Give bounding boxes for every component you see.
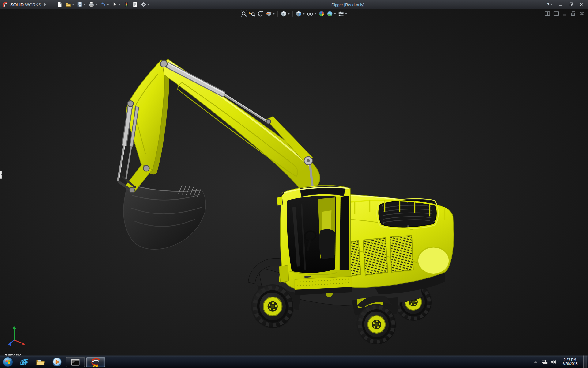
- rebuild-button[interactable]: [123, 1, 130, 8]
- save-icon: [77, 1, 83, 7]
- help-button[interactable]: ?: [545, 1, 554, 7]
- show-hidden-icons-button[interactable]: [533, 356, 539, 368]
- chevron-up-icon: [533, 359, 538, 364]
- open-dropdown-icon[interactable]: [72, 4, 74, 6]
- document-title: Digger [Read-only]: [150, 2, 545, 7]
- select-dropdown-icon[interactable]: [119, 4, 121, 6]
- options-dropdown-icon[interactable]: [147, 4, 149, 6]
- select-button[interactable]: [111, 1, 122, 8]
- brand-text-secondary: WORKS: [25, 2, 41, 7]
- folder-icon: [36, 357, 45, 367]
- taskbar-solidworks[interactable]: 2015: [86, 357, 105, 367]
- graphics-area[interactable]: *Dimetric: [0, 9, 588, 355]
- options-gear-icon: [141, 1, 147, 7]
- feature-panel-collapsed-tab[interactable]: [0, 171, 2, 179]
- save-dropdown-icon[interactable]: [84, 4, 86, 6]
- help-glyph: ?: [547, 2, 550, 7]
- close-button[interactable]: [577, 1, 586, 7]
- print-icon: [89, 1, 95, 7]
- show-desktop-button[interactable]: [583, 356, 587, 368]
- solidworks-logo-icon: [2, 1, 9, 7]
- volume-icon: [550, 359, 556, 365]
- tray-network[interactable]: [541, 356, 548, 368]
- undo-button[interactable]: [100, 1, 110, 8]
- body-upperworks[interactable]: [336, 194, 454, 294]
- menu-expand-icon[interactable]: [44, 3, 48, 6]
- save-button[interactable]: [76, 1, 87, 8]
- taskbar-file-explorer[interactable]: [32, 356, 49, 368]
- new-document-button[interactable]: [56, 1, 63, 8]
- excavator-model[interactable]: [0, 9, 588, 355]
- file-properties-button[interactable]: [131, 1, 139, 8]
- start-button[interactable]: [0, 356, 16, 368]
- restore-icon: [568, 2, 573, 7]
- system-tray: 2:27 PM 6/26/2015: [533, 356, 588, 368]
- desktop: SOLIDWORKS: [0, 0, 588, 368]
- mirror: [277, 197, 283, 206]
- media-player-icon: [52, 357, 62, 367]
- cab[interactable]: [277, 185, 352, 295]
- bucket[interactable]: [123, 184, 206, 249]
- rear-panel[interactable]: [418, 247, 449, 274]
- engine-vent[interactable]: [379, 200, 436, 227]
- network-icon: [541, 359, 548, 365]
- select-cursor-icon: [112, 1, 118, 7]
- window-controls: ?: [545, 1, 586, 7]
- boom-main[interactable]: [161, 59, 320, 194]
- internet-explorer-icon: e: [19, 357, 29, 367]
- windows-taskbar: e: [0, 356, 588, 368]
- solidworks-app-icon: 2015: [91, 358, 100, 366]
- rebuild-stoplight-icon: [123, 1, 130, 7]
- ie-glyph: e: [21, 357, 28, 367]
- clock-date: 6/26/2015: [558, 362, 582, 366]
- help-dropdown-icon[interactable]: [550, 4, 552, 6]
- command-prompt-icon: [71, 359, 80, 366]
- print-dropdown-icon[interactable]: [95, 4, 97, 6]
- taskbar-media-player[interactable]: [49, 356, 65, 368]
- new-document-icon: [57, 1, 63, 7]
- options-button[interactable]: [140, 1, 150, 8]
- orientation-triad: [8, 326, 26, 346]
- solidworks-menu-button[interactable]: SOLIDWORKS: [2, 1, 47, 7]
- print-button[interactable]: [88, 1, 98, 8]
- tray-volume[interactable]: [550, 356, 556, 368]
- taskbar-clock[interactable]: 2:27 PM 6/26/2015: [558, 358, 582, 366]
- open-icon: [65, 1, 71, 7]
- restore-button[interactable]: [566, 1, 575, 7]
- app-titlebar: SOLIDWORKS: [0, 0, 588, 9]
- minimize-icon: [558, 2, 563, 7]
- taskbar-internet-explorer[interactable]: e: [16, 356, 32, 368]
- standard-toolbar: [56, 1, 151, 8]
- undo-dropdown-icon[interactable]: [107, 4, 109, 6]
- file-properties-icon: [132, 1, 138, 7]
- side-window: [340, 196, 349, 270]
- undo-icon: [100, 1, 106, 7]
- solidworks-badge: 2015: [93, 364, 99, 367]
- close-icon: [579, 2, 584, 7]
- clock-time: 2:27 PM: [558, 358, 582, 362]
- view-orientation-label: *Dimetric: [5, 353, 21, 356]
- panel-expand-arrow-icon: [0, 174, 2, 176]
- boom-assembly[interactable]: [118, 59, 320, 194]
- brand-text-primary: SOLID: [10, 2, 24, 7]
- seat: [319, 229, 335, 259]
- open-button[interactable]: [65, 1, 75, 8]
- taskbar-command-prompt[interactable]: [66, 357, 85, 367]
- minimize-button[interactable]: [556, 1, 565, 7]
- windows-start-orb-icon: [2, 356, 13, 367]
